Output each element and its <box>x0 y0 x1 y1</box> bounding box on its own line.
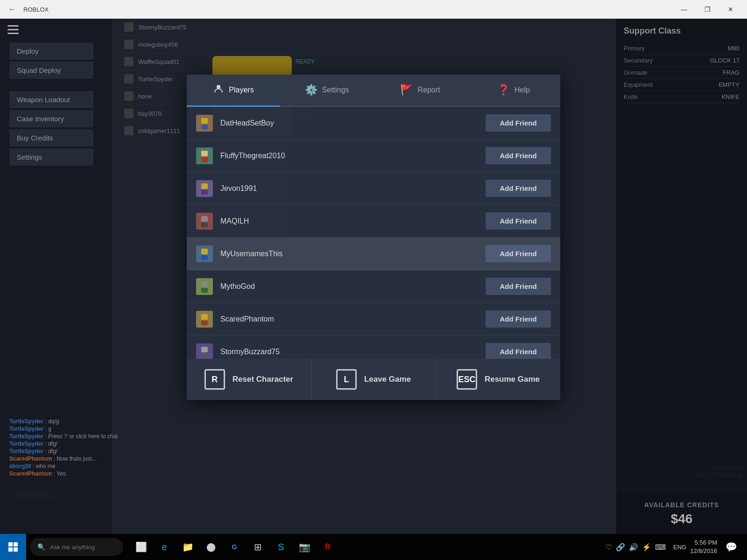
task-view-icon[interactable]: ⬜ <box>131 537 151 557</box>
settings-icon: ⚙️ <box>305 84 317 96</box>
add-friend-button[interactable]: Add Friend <box>486 245 551 262</box>
svg-rect-7 <box>201 216 208 222</box>
modal-tabs: Players ⚙️ Settings 🚩 Report ❓ Help <box>187 75 560 107</box>
notifications-icon[interactable]: 💬 <box>721 537 741 557</box>
add-friend-button[interactable]: Add Friend <box>486 212 551 230</box>
svg-rect-9 <box>201 249 208 254</box>
skype-icon[interactable]: S <box>271 537 291 557</box>
titlebar-left: ← ROBLOX <box>6 3 49 16</box>
back-button[interactable]: ← <box>6 3 19 16</box>
add-friend-button[interactable]: Add Friend <box>486 278 551 295</box>
tab-help[interactable]: ❓ Help <box>467 75 560 107</box>
player-row: DatHeadSetBoy Add Friend <box>187 107 560 140</box>
svg-rect-12 <box>201 288 208 293</box>
player-name: Jevon1991 <box>220 184 478 193</box>
reset-label: Reset Character <box>233 375 293 384</box>
players-modal: Players ⚙️ Settings 🚩 Report ❓ Help <box>187 75 560 400</box>
leave-game-button[interactable]: L Leave Game <box>311 359 436 400</box>
taskbar-right: ♡ 🔗 🔊 ⚡ ⌨ ENG 5:56 PM 12/8/2016 💬 <box>602 537 747 557</box>
svg-rect-1 <box>201 118 208 124</box>
player-name: StormyBuzzard75 <box>220 348 478 356</box>
clock-time: 5:56 PM <box>690 539 717 547</box>
avatar <box>196 213 213 230</box>
svg-rect-4 <box>201 157 208 162</box>
taskbar-search-area[interactable]: 🔍 <box>30 538 123 556</box>
tab-report-label: Report <box>417 86 440 94</box>
close-button[interactable]: ✕ <box>720 0 741 19</box>
start-button[interactable] <box>0 534 26 560</box>
heartbeat-icon: ♡ <box>606 543 612 552</box>
minimize-button[interactable]: — <box>673 0 695 19</box>
avatar <box>196 180 213 197</box>
player-name: FluffyThegreat2010 <box>220 152 478 160</box>
svg-rect-6 <box>201 190 208 195</box>
taskbar-app-icons: ⬜ e 📁 ⬤ G ⊞ S 📷 R <box>131 537 338 557</box>
edge-icon[interactable]: e <box>154 537 175 557</box>
add-friend-button[interactable]: Add Friend <box>486 114 551 132</box>
svg-rect-5 <box>201 183 208 189</box>
players-icon <box>213 83 224 97</box>
r-key-badge: R <box>204 369 225 390</box>
player-row: StormyBuzzard75 Add Friend <box>187 336 560 359</box>
player-row: MyUsernamesThis Add Friend <box>187 238 560 270</box>
add-friend-button[interactable]: Add Friend <box>486 147 551 164</box>
google-icon[interactable]: G <box>224 537 245 557</box>
svg-rect-3 <box>201 151 208 156</box>
svg-rect-16 <box>201 353 208 358</box>
svg-rect-11 <box>201 281 208 287</box>
help-icon: ❓ <box>497 84 510 96</box>
usb-icon: ⚡ <box>642 543 651 552</box>
avatar <box>196 278 213 295</box>
add-friend-button[interactable]: Add Friend <box>486 343 551 359</box>
taskbar: 🔍 ⬜ e 📁 ⬤ G ⊞ S 📷 R ♡ 🔗 🔊 ⚡ ⌨ ENG 5:56 P… <box>0 534 747 560</box>
keyboard-icon: ⌨ <box>655 543 666 552</box>
taskbar-search-input[interactable] <box>50 544 115 551</box>
player-row: FluffyThegreat2010 Add Friend <box>187 140 560 172</box>
volume-icon: 🔊 <box>629 543 638 552</box>
apps-icon[interactable]: ⊞ <box>247 537 268 557</box>
tab-settings-label: Settings <box>322 86 349 94</box>
svg-rect-15 <box>201 347 208 352</box>
action-bar: R Reset Character L Leave Game ESC Resum… <box>187 359 560 400</box>
player-name: MythoGod <box>220 282 478 291</box>
leave-label: Leave Game <box>364 375 411 384</box>
camera-icon[interactable]: 📷 <box>294 537 315 557</box>
explorer-icon[interactable]: 📁 <box>177 537 198 557</box>
svg-rect-13 <box>201 314 208 320</box>
window-title: ROBLOX <box>23 6 49 13</box>
wifi-icon: 🔗 <box>616 543 625 552</box>
l-key-badge: L <box>336 369 357 390</box>
roblox-taskbar-icon[interactable]: R <box>317 537 338 557</box>
svg-rect-10 <box>201 255 208 260</box>
avatar <box>196 245 213 262</box>
language-indicator: ENG <box>673 544 686 551</box>
player-name: MyUsernamesThis <box>220 250 478 258</box>
tab-players-label: Players <box>229 86 254 94</box>
resume-game-button[interactable]: ESC Resume Game <box>436 359 560 400</box>
avatar <box>196 311 213 328</box>
svg-rect-14 <box>201 321 208 325</box>
player-row: Jevon1991 Add Friend <box>187 172 560 205</box>
resume-label: Resume Game <box>485 375 540 384</box>
esc-key-badge: ESC <box>457 369 477 390</box>
svg-rect-8 <box>201 223 208 227</box>
player-list: DatHeadSetBoy Add Friend FluffyThegreat2… <box>187 107 560 359</box>
search-icon: 🔍 <box>37 543 45 551</box>
reset-character-button[interactable]: R Reset Character <box>187 359 311 400</box>
tab-players[interactable]: Players <box>187 75 280 107</box>
windows-icon <box>8 542 18 552</box>
add-friend-button[interactable]: Add Friend <box>486 180 551 197</box>
svg-point-0 <box>217 85 220 89</box>
game-area: Deploy Squad Deploy Weapon Loadout Case … <box>0 19 747 534</box>
tab-report[interactable]: 🚩 Report <box>374 75 467 107</box>
maximize-button[interactable]: ❐ <box>697 0 718 19</box>
report-icon: 🚩 <box>400 84 413 96</box>
add-friend-button[interactable]: Add Friend <box>486 310 551 328</box>
player-row: MAQILH Add Friend <box>187 205 560 238</box>
modal-overlay: Players ⚙️ Settings 🚩 Report ❓ Help <box>0 19 747 534</box>
clock-date: 12/8/2016 <box>690 547 717 555</box>
tab-settings[interactable]: ⚙️ Settings <box>280 75 374 107</box>
svg-rect-2 <box>201 125 208 129</box>
chrome-icon[interactable]: ⬤ <box>201 537 221 557</box>
player-name: MAQILH <box>220 217 478 225</box>
